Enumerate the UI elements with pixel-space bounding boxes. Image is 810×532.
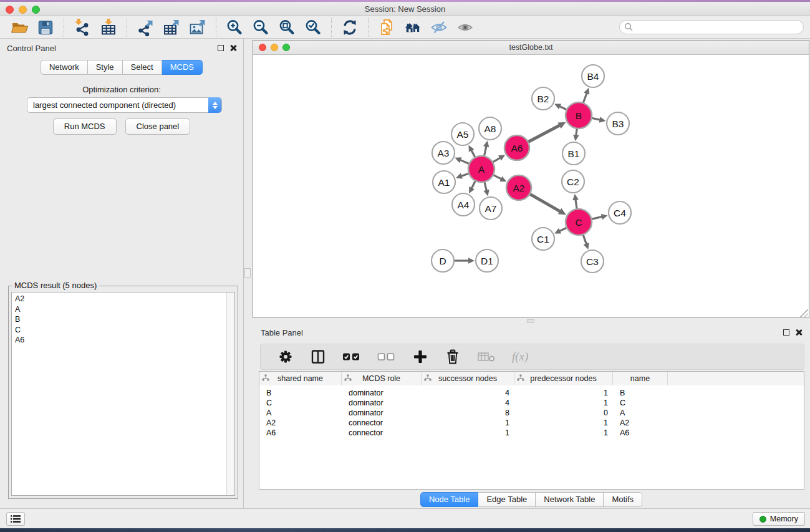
table-row[interactable]: Adominator80A <box>259 408 804 418</box>
table-cell[interactable]: A2 <box>613 418 668 428</box>
table-cell[interactable]: B <box>259 388 342 398</box>
horizontal-split-handle[interactable] <box>527 319 534 323</box>
table-cell[interactable]: 1 <box>514 418 613 428</box>
graph-edge-B-B2[interactable] <box>559 106 567 110</box>
graph-edge-B-B3[interactable] <box>592 118 600 120</box>
control-panel-close-button[interactable] <box>230 44 237 51</box>
graph-edge-A-A6[interactable] <box>493 158 500 162</box>
zoom-out-button[interactable] <box>251 17 271 37</box>
tab-style[interactable]: Style <box>88 60 123 75</box>
graph-edge-A-A5[interactable] <box>471 150 475 158</box>
zoom-fit-button[interactable] <box>277 17 297 37</box>
delete-column-button[interactable] <box>445 349 461 365</box>
tab-network[interactable]: Network <box>41 60 88 75</box>
table-cell[interactable]: 4 <box>422 398 514 408</box>
table-row[interactable]: A6connector11A6 <box>259 428 804 438</box>
table-row[interactable]: Cdominator41C <box>259 398 804 408</box>
table-cell[interactable]: A <box>259 408 342 418</box>
unselect-all-columns-button[interactable] <box>377 352 396 362</box>
tab-select[interactable]: Select <box>123 60 162 75</box>
graph-edge-A-A1[interactable] <box>461 173 469 176</box>
export-image-button[interactable] <box>188 17 208 37</box>
column-header-name[interactable]: name <box>613 372 668 385</box>
column-header-predecessor-nodes[interactable]: predecessor nodes <box>514 372 613 385</box>
toggle-column-view-button[interactable] <box>310 349 326 365</box>
graph-edge-C-C4[interactable] <box>591 216 602 219</box>
network-canvas[interactable]: A5A8A3AA1A4A7A6A2B2B4BB3B1C2CC4C1C3DD1 <box>253 55 809 317</box>
table-cell[interactable]: C <box>259 398 342 408</box>
open-session-button[interactable] <box>9 17 29 37</box>
table-cell[interactable]: A6 <box>613 428 668 438</box>
home-view-button[interactable] <box>403 17 423 37</box>
table-cell[interactable]: 8 <box>422 408 514 418</box>
table-cell[interactable]: A <box>613 408 668 418</box>
graph-edge-B-B4[interactable] <box>583 93 587 103</box>
graph-edge-A-A2[interactable] <box>493 175 501 179</box>
graph-edge-A-A8[interactable] <box>484 146 486 156</box>
zoom-selected-button[interactable] <box>303 17 323 37</box>
mcds-result-item[interactable]: C <box>12 325 234 336</box>
table-cell[interactable]: 1 <box>514 428 613 438</box>
zoom-in-button[interactable] <box>224 17 244 37</box>
mcds-result-item[interactable]: B <box>12 314 234 325</box>
graph-edge-B-B1[interactable] <box>576 128 577 135</box>
table-settings-button[interactable] <box>277 349 294 365</box>
table-cell[interactable]: connector <box>342 418 422 428</box>
table-row[interactable]: A2connector11A2 <box>259 418 804 428</box>
column-header-mcds-role[interactable]: MCDS role <box>342 372 422 385</box>
select-all-columns-button[interactable] <box>342 352 361 362</box>
mcds-result-item[interactable]: A6 <box>12 335 234 346</box>
graph-edge-A-A3[interactable] <box>460 160 470 163</box>
table-cell[interactable]: dominator <box>342 408 422 418</box>
add-column-button[interactable] <box>412 349 428 365</box>
import-network-button[interactable] <box>72 17 92 37</box>
tab-motifs[interactable]: Motifs <box>604 492 642 507</box>
graph-edge-C-C3[interactable] <box>583 235 587 244</box>
graph-edge-C-C2[interactable] <box>576 200 577 209</box>
graph-edge-A2-C[interactable] <box>529 194 560 211</box>
graph-edge-A6-B[interactable] <box>528 125 560 142</box>
column-header-successor-nodes[interactable]: successor nodes <box>422 372 514 385</box>
table-cell[interactable]: A6 <box>259 428 342 438</box>
table-panel-float-button[interactable] <box>783 329 789 336</box>
result-list-scrollbar[interactable] <box>226 293 234 495</box>
tab-node-table[interactable]: Node Table <box>420 492 479 507</box>
tab-network-table[interactable]: Network Table <box>536 492 604 507</box>
show-all-button[interactable] <box>455 17 475 37</box>
table-cell[interactable]: 1 <box>422 418 514 428</box>
table-panel-close-button[interactable] <box>796 329 803 336</box>
control-panel-float-button[interactable] <box>218 45 224 51</box>
table-cell[interactable]: dominator <box>342 388 422 398</box>
apply-layout-button[interactable] <box>340 17 360 37</box>
show-panels-button[interactable] <box>6 512 25 526</box>
column-header-shared-name[interactable]: shared name <box>259 372 342 385</box>
mcds-result-item[interactable]: A <box>12 304 234 315</box>
table-row[interactable]: Bdominator41B <box>259 388 804 398</box>
vertical-split-handle[interactable] <box>244 268 251 278</box>
mcds-result-list[interactable]: A2ABCA6 <box>11 292 235 496</box>
table-cell[interactable]: 4 <box>422 388 514 398</box>
table-cell[interactable]: 1 <box>514 398 613 408</box>
close-panel-button[interactable]: Close panel <box>125 118 191 135</box>
table-cell[interactable]: A2 <box>259 418 342 428</box>
table-cell[interactable]: 1 <box>514 388 613 398</box>
save-session-button[interactable] <box>36 17 55 37</box>
import-table-button[interactable] <box>99 17 118 37</box>
table-cell[interactable]: connector <box>342 428 422 438</box>
tab-edge-table[interactable]: Edge Table <box>478 492 536 507</box>
table-cell[interactable]: dominator <box>342 398 422 408</box>
graph-edge-A-A7[interactable] <box>485 181 486 190</box>
tab-mcds[interactable]: MCDS <box>162 60 203 75</box>
optimization-criterion-select[interactable]: largest connected component (directed) <box>27 97 222 113</box>
hide-selected-button[interactable] <box>429 17 449 37</box>
graph-edge-A-A4[interactable] <box>471 181 475 188</box>
table-cell[interactable]: B <box>613 388 668 398</box>
table-cell[interactable]: 1 <box>422 428 514 438</box>
table-cell[interactable]: 0 <box>514 408 613 418</box>
memory-button[interactable]: Memory <box>753 512 805 526</box>
graph-edge-C-C1[interactable] <box>559 228 567 231</box>
network-from-selection-button[interactable] <box>377 17 397 37</box>
export-table-button[interactable] <box>162 17 181 37</box>
export-network-button[interactable] <box>135 17 155 37</box>
table-cell[interactable]: C <box>613 398 668 408</box>
